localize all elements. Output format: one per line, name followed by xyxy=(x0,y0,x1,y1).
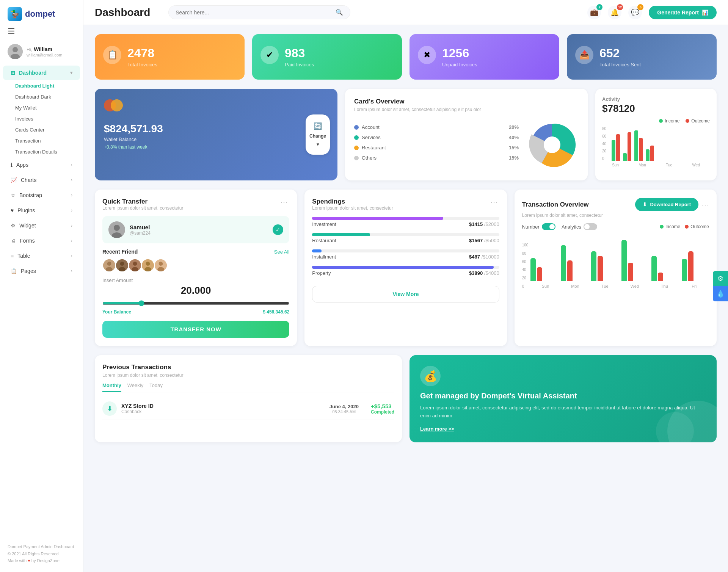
outcome-bar-mon xyxy=(628,132,631,161)
svg-point-9 xyxy=(107,262,111,266)
outcome-bar-tue xyxy=(639,138,643,161)
transfer-button[interactable]: TRANSFER NOW xyxy=(102,321,289,338)
submenu-item-my-wallet[interactable]: My Wallet xyxy=(11,102,83,113)
svg-point-1 xyxy=(13,47,18,52)
number-toggle[interactable] xyxy=(542,223,555,230)
svg-point-18 xyxy=(146,262,150,266)
stat-card-paid-invoices: ✔ 983 Paid Invoices xyxy=(252,34,402,80)
assistant-desc: Lorem ipsum dolor sit amet, consectetur … xyxy=(420,404,706,420)
wallet-card: $824,571.93 Wallet Balance +0,8% than la… xyxy=(95,89,337,180)
change-button[interactable]: 🔄 Change ▾ xyxy=(306,114,330,155)
submenu-item-cards-center[interactable]: Cards Center xyxy=(11,124,83,135)
table-label: Table xyxy=(17,253,30,259)
logo: 🦆 dompet xyxy=(0,0,83,27)
submenu-item-dashboard-light[interactable]: Dashboard Light xyxy=(11,80,83,91)
legend-label-account: Account xyxy=(362,124,506,130)
qt-friends-row: Recent Friend See All xyxy=(102,249,289,255)
legend-pct-others: 15% xyxy=(509,155,519,161)
friend-avatar-1 xyxy=(102,259,116,272)
last-row: Previous Transactions Lorem ipsum dolor … xyxy=(95,355,717,442)
to-dots-button[interactable]: ⋯ xyxy=(701,200,709,209)
menu-toggle[interactable]: ☰ xyxy=(0,27,83,40)
bell-icon-btn[interactable]: 🔔 12 xyxy=(608,6,621,19)
generate-report-label: Generate Report xyxy=(657,9,699,16)
submenu-item-dashboard-dark[interactable]: Dashboard Dark xyxy=(11,91,83,102)
wallet-balance: $824,571.93 xyxy=(104,123,328,135)
sp-amounts-installment: $487 /$10000 xyxy=(469,254,499,260)
to-label-fri: Fri xyxy=(679,284,709,288)
submenu-item-invoices[interactable]: Invoices xyxy=(11,113,83,124)
number-toggle-wrap: Number xyxy=(522,223,555,230)
activity-amount: $78120 xyxy=(602,103,710,114)
sidebar-item-widget[interactable]: ⚙ Widget › xyxy=(3,218,80,233)
download-report-button[interactable]: ⬇ Download Report xyxy=(635,198,698,211)
view-more-button[interactable]: View More xyxy=(312,286,499,302)
stat-card-unpaid-invoices: ✖ 1256 Unpaid Invoices xyxy=(410,34,559,80)
sidebar-item-bootstrap[interactable]: ☆ Bootstrap › xyxy=(3,188,80,202)
submenu-item-transaction-details[interactable]: Transaction Details xyxy=(11,146,83,157)
see-all-button[interactable]: See All xyxy=(274,249,289,255)
user-name: William xyxy=(34,46,52,52)
search-input[interactable] xyxy=(176,9,333,16)
wallet-icon-btn[interactable]: 💼 2 xyxy=(587,6,601,19)
settings-button[interactable]: ⚙ xyxy=(713,271,728,286)
analytics-toggle[interactable] xyxy=(584,223,597,230)
transaction-overview-card: Transaction Overview ⬇ Download Report ⋯… xyxy=(515,190,717,346)
to-label-tue: Tue xyxy=(590,284,620,288)
to-income-dot xyxy=(660,225,664,229)
amount-slider[interactable] xyxy=(102,300,289,306)
sidebar-item-plugins[interactable]: ♥ Plugins › xyxy=(3,203,80,218)
bell-badge: 12 xyxy=(617,4,623,10)
tab-today[interactable]: Today xyxy=(149,382,163,392)
chevron-right-icon3: › xyxy=(71,193,72,198)
tab-monthly[interactable]: Monthly xyxy=(102,382,121,392)
bar-group-tue xyxy=(634,130,643,161)
chat-badge: 5 xyxy=(637,4,643,10)
co-body: Account 20% Services 40% Restaurant 15% xyxy=(354,118,579,171)
chevron-right-icon: › xyxy=(71,162,72,168)
sidebar-item-dashboard[interactable]: ⊞ Dashboard ▾ xyxy=(3,66,80,80)
sp-item-installment: Installment $487 /$10000 xyxy=(312,249,499,260)
search-bar[interactable]: 🔍 xyxy=(168,5,350,19)
friend-avatar-5 xyxy=(154,259,168,272)
sidebar-footer: Dompet Payment Admin Dashboard © 2021 Al… xyxy=(0,538,83,564)
chevron-down-icon: ▾ xyxy=(70,70,72,75)
sp-label-installment: Installment xyxy=(312,254,336,260)
qt-check-icon: ✓ xyxy=(273,224,283,235)
legend-label-restaurant: Restaurant xyxy=(362,145,506,150)
sidebar-item-forms[interactable]: 🖨 Forms › xyxy=(3,234,80,248)
to-outcome-tue xyxy=(598,256,603,281)
chart-icon: 📊 xyxy=(702,9,708,16)
to-bar-group-wed xyxy=(621,240,649,281)
tab-weekly[interactable]: Weekly xyxy=(127,382,143,392)
sp-dots-button[interactable]: ⋯ xyxy=(489,198,499,207)
qt-balance-row: Your Balance $ 456,345.62 xyxy=(102,309,289,315)
chevron-right-icon2: › xyxy=(71,177,72,183)
chat-icon-btn[interactable]: 💬 5 xyxy=(628,6,642,19)
to-bars xyxy=(530,235,709,281)
act-label-mon: Mon xyxy=(639,163,646,167)
legend-item-services: Services 40% xyxy=(354,135,519,140)
chevron-right-icon6: › xyxy=(71,238,72,243)
qt-dots-button[interactable]: ⋯ xyxy=(279,198,289,207)
assistant-title: Get managed by Dompet's Virtual Assistan… xyxy=(420,392,706,400)
widget-label: Widget xyxy=(19,223,36,229)
water-drop-button[interactable]: 💧 xyxy=(713,286,728,301)
sidebar: 🦆 dompet ☰ Hi, William william@gmail.com… xyxy=(0,0,83,572)
generate-report-button[interactable]: Generate Report 📊 xyxy=(649,6,717,19)
sidebar-item-charts[interactable]: 📈 Charts › xyxy=(3,173,80,187)
legend-dot-others xyxy=(354,156,359,160)
submenu-item-transaction[interactable]: Transaction xyxy=(11,135,83,146)
sidebar-item-pages[interactable]: 📋 Pages › xyxy=(3,264,80,278)
sidebar-item-table[interactable]: ≡ Table › xyxy=(3,249,80,263)
income-bar-sun xyxy=(612,140,615,161)
toggle-knob xyxy=(549,224,555,229)
charts-icon: 📈 xyxy=(11,177,17,183)
sidebar-item-apps[interactable]: ℹ Apps › xyxy=(3,158,80,172)
to-bar-group-mon xyxy=(561,245,588,281)
sp-desc: Lorem ipsum dolor sit amet, consectetur xyxy=(312,205,393,211)
to-income-wed xyxy=(621,240,627,281)
sp-label-restaurant: Restaurant xyxy=(312,238,336,243)
quick-transfer-card: Quick Transfer Lorem ipsum dolor sit ame… xyxy=(95,190,297,346)
qt-amount-value: 20.000 xyxy=(102,285,289,296)
